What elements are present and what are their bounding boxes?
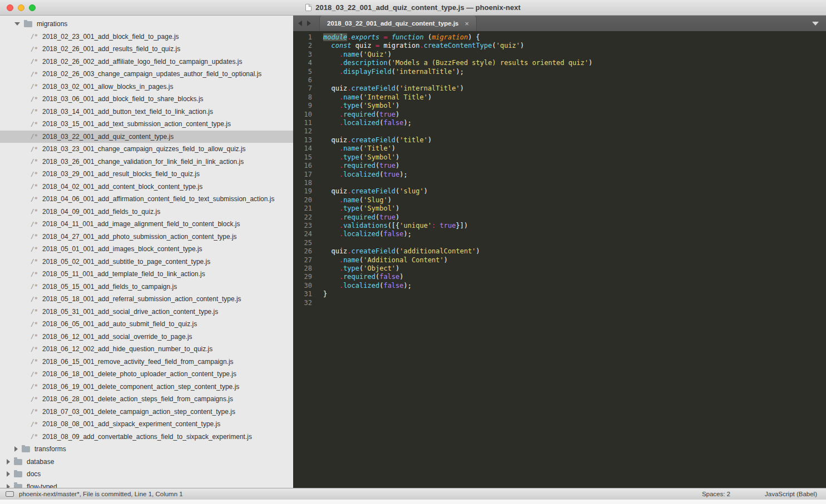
file-item[interactable]: /*2018_03_23_001_change_campaign_quizzes… [0, 143, 293, 156]
file-item[interactable]: /*2018_06_12_002_add_hide_question_numbe… [0, 343, 293, 356]
indentation-indicator[interactable]: Spaces: 2 [702, 491, 730, 497]
folder-item[interactable]: flow-typed [0, 481, 293, 488]
expand-triangle-icon[interactable] [7, 471, 10, 477]
code-line[interactable]: 27 .name('Additional Content') [293, 256, 826, 265]
folder-item[interactable]: database [0, 456, 293, 468]
file-item[interactable]: /*2018_05_01_001_add_images_block_conten… [0, 243, 293, 256]
file-item[interactable]: /*2018_06_28_001_delete_action_steps_fie… [0, 393, 293, 406]
file-item[interactable]: /*2018_04_06_001_add_affirmation_content… [0, 193, 293, 206]
code-line[interactable]: 6 [293, 76, 826, 84]
file-label: 2018_05_15_001_add_fields_to_campaign.js [42, 283, 177, 291]
code-line[interactable]: 20 .name('Slug') [293, 196, 826, 204]
code-line[interactable]: 3 .name('Quiz') [293, 51, 826, 59]
code-line[interactable]: 26 quiz.createField('additionalContent') [293, 247, 826, 256]
code-line[interactable]: 11 .localized(false); [293, 119, 826, 127]
file-item[interactable]: /*2018_06_19_001_delete_component_action… [0, 381, 293, 393]
collapse-triangle-icon[interactable] [14, 22, 20, 26]
file-item[interactable]: /*2018_06_15_001_remove_activity_feed_fi… [0, 356, 293, 368]
code-line[interactable]: 9 .type('Symbol') [293, 102, 826, 110]
jump-back-icon[interactable] [298, 21, 302, 26]
file-item[interactable]: /*2018_03_26_001_change_validation_for_l… [0, 156, 293, 168]
expand-triangle-icon[interactable] [7, 484, 10, 488]
tab-overflow-dropdown-icon[interactable] [812, 22, 819, 26]
code-line[interactable]: 2 const quiz = migration.createContentTy… [293, 42, 826, 50]
file-item[interactable]: /*2018_08_09_add_convertable_actions_fie… [0, 431, 293, 443]
file-item[interactable]: /*2018_02_26_003_change_campaign_updates… [0, 68, 293, 81]
code-line[interactable]: 12 [293, 127, 826, 136]
file-item[interactable]: /*2018_03_15_001_add_text_submission_act… [0, 118, 293, 131]
code-line[interactable]: 10 .required(true) [293, 111, 826, 119]
code-line[interactable]: 32 [293, 299, 826, 307]
file-type-icon: /* [31, 46, 42, 53]
code-line[interactable]: 15 .type('Symbol') [293, 153, 826, 162]
minimize-window-button[interactable] [18, 4, 24, 11]
file-label: 2018_06_19_001_delete_component_action_s… [42, 383, 239, 391]
status-right-group: Spaces: 2 JavaScript (Babel) [702, 491, 817, 497]
file-item[interactable]: /*2018_05_02_001_add_subtitle_to_page_co… [0, 256, 293, 268]
file-type-icon: /* [31, 271, 42, 278]
line-number: 31 [293, 290, 312, 298]
file-item[interactable]: /*2018_05_31_001_add_social_drive_action… [0, 306, 293, 318]
code-line[interactable]: 24 .localized(false); [293, 230, 826, 238]
code-line[interactable]: 8 .name('Internal Title') [293, 93, 826, 102]
zoom-window-button[interactable] [29, 4, 36, 11]
file-item[interactable]: /*2018_03_14_001_add_button_text_field_t… [0, 106, 293, 118]
file-item[interactable]: /*2018_08_08_001_add_sixpack_experiment_… [0, 418, 293, 431]
file-type-icon: /* [31, 321, 42, 328]
file-item[interactable]: /*2018_04_09_001_add_fields_to_quiz.js [0, 206, 293, 218]
code-line[interactable]: 17 .localized(true); [293, 171, 826, 179]
code-line[interactable]: 4 .description('Models a (BuzzFeed style… [293, 59, 826, 67]
file-item[interactable]: /*2018_02_26_001_add_results_field_to_qu… [0, 43, 293, 56]
file-item[interactable]: /*2018_04_02_001_add_content_block_conte… [0, 181, 293, 193]
file-item[interactable]: /*2018_05_11_001_add_template_field_to_l… [0, 268, 293, 281]
file-item[interactable]: /*2018_06_12_001_add_social_override_to_… [0, 331, 293, 343]
folder-item[interactable]: migrations [0, 18, 293, 31]
panel-toggle-icon[interactable] [6, 491, 14, 497]
code-line[interactable]: 29 .required(false) [293, 273, 826, 281]
code-area[interactable]: 1module.exports = function (migration) {… [293, 31, 826, 488]
file-type-icon: /* [31, 96, 42, 103]
file-item[interactable]: /*2018_04_11_001_add_image_alignment_fie… [0, 218, 293, 231]
expand-triangle-icon[interactable] [7, 459, 10, 465]
code-line[interactable]: 16 .required(true) [293, 162, 826, 170]
file-item[interactable]: /*2018_03_02_001_allow_blocks_in_pages.j… [0, 81, 293, 93]
tab-close-icon[interactable]: × [465, 19, 469, 28]
file-type-icon: /* [31, 358, 42, 365]
code-line[interactable]: 25 [293, 239, 826, 247]
tab-active[interactable]: 2018_03_22_001_add_quiz_content_type.js … [319, 16, 477, 31]
code-line[interactable]: 22 .required(true) [293, 213, 826, 222]
code-line[interactable]: 30 .localized(false); [293, 282, 826, 290]
file-item[interactable]: /*2018_03_29_001_add_result_blocks_field… [0, 168, 293, 181]
folder-icon [24, 21, 32, 27]
code-line[interactable]: 7 quiz.createField('internalTitle') [293, 84, 826, 93]
syntax-indicator[interactable]: JavaScript (Babel) [765, 491, 817, 497]
close-window-button[interactable] [7, 4, 13, 11]
code-line[interactable]: 14 .name('Title') [293, 144, 826, 153]
expand-triangle-icon[interactable] [14, 446, 18, 452]
file-item[interactable]: /*2018_02_23_001_add_block_field_to_page… [0, 31, 293, 43]
code-line[interactable]: 5 .displayField('internalTitle'); [293, 68, 826, 76]
file-item[interactable]: /*2018_02_26_002_add_affiliate_logo_fiel… [0, 56, 293, 68]
code-line[interactable]: 23 .validations([{'unique': true}]) [293, 222, 826, 230]
file-item[interactable]: /*2018_05_18_001_add_referral_submission… [0, 293, 293, 306]
file-item[interactable]: /*2018_06_18_001_delete_photo_uploader_a… [0, 368, 293, 381]
file-item[interactable]: /*2018_07_03_001_delete_campaign_action_… [0, 406, 293, 418]
folder-item[interactable]: transforms [0, 443, 293, 456]
file-item[interactable]: /*2018_03_22_001_add_quiz_content_type.j… [0, 131, 293, 143]
code-line[interactable]: 18 [293, 179, 826, 187]
file-item[interactable]: /*2018_05_15_001_add_fields_to_campaign.… [0, 281, 293, 293]
code-text: .required(true) [323, 162, 399, 170]
code-line[interactable]: 31} [293, 290, 826, 298]
folder-item[interactable]: docs [0, 468, 293, 481]
folder-icon [14, 484, 22, 488]
file-item[interactable]: /*2018_03_06_001_add_block_field_to_shar… [0, 93, 293, 106]
code-line[interactable]: 21 .type('Symbol') [293, 204, 826, 213]
code-line[interactable]: 19 quiz.createField('slug') [293, 187, 826, 196]
code-line[interactable]: 28 .type('Object') [293, 265, 826, 273]
file-item[interactable]: /*2018_04_27_001_add_photo_submission_ac… [0, 231, 293, 243]
code-line[interactable]: 13 quiz.createField('title') [293, 136, 826, 144]
file-label: 2018_04_02_001_add_content_block_content… [42, 183, 202, 191]
file-item[interactable]: /*2018_06_05_001_add_auto_submit_field_t… [0, 318, 293, 331]
code-line[interactable]: 1module.exports = function (migration) { [293, 33, 826, 42]
jump-forward-icon[interactable] [307, 21, 311, 26]
